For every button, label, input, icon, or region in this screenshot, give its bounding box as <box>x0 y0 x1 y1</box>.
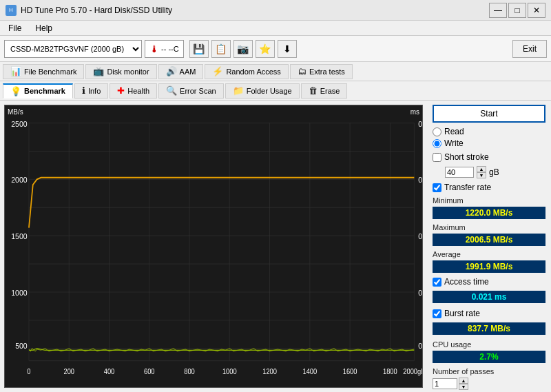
cpu-usage-value: 2.7% <box>433 351 545 363</box>
tab-folder-usage[interactable]: 📁 Folder Usage <box>225 83 300 99</box>
temperature-display: 🌡 -- --C <box>145 40 184 58</box>
transfer-rate-checkbox[interactable] <box>433 183 441 192</box>
tab-health[interactable]: ✚ Health <box>110 83 157 99</box>
access-time-value: 0.021 ms <box>433 291 545 303</box>
num-passes-label: Number of passes <box>433 367 545 375</box>
app-icon: H <box>6 5 17 16</box>
download-icon-btn[interactable]: ⬇ <box>278 40 297 58</box>
extra-tests-icon: 🗂 <box>298 66 306 76</box>
camera-icon-btn[interactable]: 📷 <box>233 40 253 58</box>
num-passes-input[interactable] <box>433 378 457 389</box>
access-time-checkbox-item[interactable]: Access time <box>433 277 545 287</box>
benchmark-icon: 💡 <box>10 86 21 96</box>
tab-benchmark-label: Benchmark <box>24 87 65 95</box>
tab-aam[interactable]: 🔊 AAM <box>158 64 204 79</box>
svg-text:0.20: 0.20 <box>418 289 422 298</box>
tab-random-access[interactable]: ⚡ Random Access <box>205 64 288 79</box>
read-radio[interactable] <box>433 127 441 136</box>
spinbox-down[interactable]: ▼ <box>477 172 486 178</box>
erase-icon: 🗑 <box>309 85 318 96</box>
average-section: Average 1991.9 MB/s <box>433 250 545 273</box>
toolbar-icons: 💾 📋 📷 ⭐ ⬇ <box>189 40 297 58</box>
random-access-icon: ⚡ <box>212 66 223 76</box>
folder-usage-icon: 📁 <box>233 85 244 96</box>
svg-text:1400: 1400 <box>302 367 317 375</box>
exit-button[interactable]: Exit <box>512 40 547 58</box>
short-stroke-input[interactable] <box>445 167 474 178</box>
tabs-row1: 📊 File Benchmark 📺 Disk monitor 🔊 AAM ⚡ … <box>0 62 551 81</box>
short-stroke-unit: gB <box>489 167 499 177</box>
tab-extra-tests[interactable]: 🗂 Extra tests <box>290 64 353 79</box>
minimize-button[interactable]: — <box>489 3 507 18</box>
toolbar: CSSD-M2B2TPG3VNF (2000 gB) 🌡 -- --C 💾 📋 … <box>0 36 551 62</box>
star-icon-btn[interactable]: ⭐ <box>256 40 275 58</box>
write-label: Write <box>444 138 464 148</box>
menu-bar: File Help <box>0 21 551 36</box>
tab-file-benchmark[interactable]: 📊 File Benchmark <box>3 64 84 79</box>
title-controls: — □ ✕ <box>489 3 545 18</box>
cpu-usage-label: CPU usage <box>433 340 545 349</box>
read-radio-label[interactable]: Read <box>433 127 545 136</box>
svg-text:2500: 2500 <box>11 119 27 128</box>
burst-rate-checkbox[interactable] <box>433 309 441 318</box>
title-bar-left: H HD Tune Pro 5.70 - Hard Disk/SSD Utili… <box>6 5 172 16</box>
drive-select[interactable]: CSSD-M2B2TPG3VNF (2000 gB) <box>4 40 142 58</box>
svg-text:1200: 1200 <box>262 367 277 375</box>
num-passes-spinbox: ▲ ▼ <box>459 378 468 390</box>
svg-text:0.50: 0.50 <box>418 119 422 128</box>
tab-error-scan[interactable]: 🔍 Error Scan <box>158 83 224 99</box>
average-label: Average <box>433 250 545 258</box>
close-button[interactable]: ✕ <box>528 3 545 18</box>
chart-y-label-left: MB/s <box>8 108 23 116</box>
average-value: 1991.9 MB/s <box>433 260 545 273</box>
num-passes-section: Number of passes ▲ ▼ <box>433 367 545 390</box>
maximum-label: Maximum <box>433 223 545 231</box>
spinbox-up[interactable]: ▲ <box>477 166 486 172</box>
disk-monitor-icon: 📺 <box>93 66 104 76</box>
menu-help[interactable]: Help <box>32 22 55 34</box>
svg-text:200: 200 <box>63 367 74 375</box>
tab-erase[interactable]: 🗑 Erase <box>301 83 348 99</box>
burst-rate-value: 837.7 MB/s <box>433 322 545 335</box>
maximum-section: Maximum 2006.5 MB/s <box>433 223 545 246</box>
maximum-value: 2006.5 MB/s <box>433 234 545 246</box>
start-button[interactable]: Start <box>433 105 545 123</box>
access-time-checkbox[interactable] <box>433 278 441 287</box>
temp-value: -- --C <box>161 45 179 53</box>
tab-health-label: Health <box>127 87 149 95</box>
maximize-button[interactable]: □ <box>508 3 526 18</box>
tab-disk-monitor[interactable]: 📺 Disk monitor <box>85 64 156 79</box>
svg-text:800: 800 <box>184 367 195 375</box>
tab-aam-label: AAM <box>180 68 196 76</box>
num-passes-down[interactable]: ▼ <box>459 384 468 390</box>
minimum-value: 1220.0 MB/s <box>433 207 545 219</box>
svg-text:2000gB: 2000gB <box>403 367 422 375</box>
title-bar: H HD Tune Pro 5.70 - Hard Disk/SSD Utili… <box>0 0 551 21</box>
window-title: HD Tune Pro 5.70 - Hard Disk/SSD Utility <box>21 6 172 15</box>
thermometer-icon: 🌡 <box>149 43 159 54</box>
clipboard-icon-btn[interactable]: 📋 <box>211 40 231 58</box>
short-stroke-checkbox-item[interactable]: Short stroke <box>433 152 545 162</box>
read-label: Read <box>444 127 464 136</box>
svg-text:600: 600 <box>144 367 155 375</box>
write-radio-label[interactable]: Write <box>433 138 545 148</box>
menu-file[interactable]: File <box>6 22 24 34</box>
tab-benchmark[interactable]: 💡 Benchmark <box>3 83 73 99</box>
write-radio[interactable] <box>433 139 441 148</box>
benchmark-chart: 2500 2000 1500 1000 500 0.50 0.40 0.30 0… <box>5 105 422 387</box>
save-icon-btn[interactable]: 💾 <box>189 40 209 58</box>
tab-info[interactable]: ℹ Info <box>74 83 108 99</box>
short-stroke-checkbox[interactable] <box>433 153 441 162</box>
svg-text:500: 500 <box>15 341 27 350</box>
transfer-rate-checkbox-item[interactable]: Transfer rate <box>433 183 545 192</box>
burst-rate-label: Burst rate <box>444 309 480 318</box>
cpu-usage-section: CPU usage 2.7% <box>433 340 545 363</box>
file-benchmark-icon: 📊 <box>10 66 21 76</box>
chart-y-label-right: ms <box>410 108 419 116</box>
svg-text:2000: 2000 <box>11 176 27 185</box>
burst-rate-checkbox-item[interactable]: Burst rate <box>433 309 545 318</box>
num-passes-up[interactable]: ▲ <box>459 378 468 384</box>
tabs-row2: 💡 Benchmark ℹ Info ✚ Health 🔍 Error Scan… <box>0 81 551 101</box>
tab-disk-monitor-label: Disk monitor <box>107 68 149 76</box>
svg-text:1000: 1000 <box>222 367 237 375</box>
